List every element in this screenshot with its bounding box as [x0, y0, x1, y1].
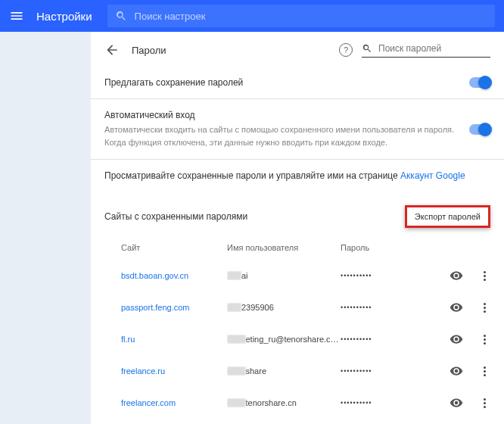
hamburger-menu-icon[interactable]	[9, 8, 24, 23]
google-account-section: Просматривайте сохраненные пароли и упра…	[91, 160, 504, 192]
settings-search-box[interactable]	[107, 5, 495, 27]
username-cell: xxxeting_ru@tenorshare.co…	[227, 335, 341, 344]
password-search-box[interactable]	[362, 43, 490, 58]
content-header: Пароли ?	[91, 32, 504, 67]
more-actions-icon[interactable]	[478, 301, 490, 313]
offer-save-toggle[interactable]	[469, 77, 490, 88]
show-password-icon[interactable]	[450, 332, 463, 346]
more-actions-icon[interactable]	[478, 333, 490, 345]
show-password-icon[interactable]	[450, 269, 463, 282]
more-actions-icon[interactable]	[478, 397, 490, 409]
auto-signin-desc: Автоматически входить на сайты с помощью…	[104, 123, 460, 148]
site-link[interactable]: freelancer.com	[121, 398, 227, 407]
table-row: bsdt.baoan.gov.cn xxai ••••••••••	[91, 260, 504, 292]
site-link[interactable]: bsdt.baoan.gov.cn	[121, 271, 227, 280]
username-cell: xxxshare	[227, 366, 341, 376]
show-password-icon[interactable]	[450, 301, 463, 314]
column-site: Сайт	[121, 243, 227, 252]
more-actions-icon[interactable]	[478, 270, 490, 282]
saved-passwords-title: Сайты с сохраненными паролями	[104, 211, 247, 222]
username-cell: xxxtenorshare.cn	[227, 398, 341, 407]
settings-search-input[interactable]	[135, 11, 487, 22]
username-cell: xxai	[227, 271, 341, 280]
more-actions-icon[interactable]	[478, 365, 490, 377]
search-icon	[115, 10, 127, 22]
search-icon	[362, 43, 372, 54]
header-title: Настройки	[36, 10, 92, 23]
auto-signin-section: Автоматический вход Автоматически входит…	[91, 99, 504, 160]
table-row: fl.ru xxxeting_ru@tenorshare.co… •••••••…	[91, 323, 504, 355]
password-cell: ••••••••••	[341, 367, 416, 375]
password-cell: ••••••••••	[341, 272, 416, 279]
site-link[interactable]: freelance.ru	[121, 366, 227, 376]
site-link[interactable]: fl.ru	[121, 335, 227, 344]
password-cell: ••••••••••	[341, 335, 416, 343]
auto-signin-toggle[interactable]	[469, 124, 490, 135]
back-arrow-icon[interactable]	[104, 42, 120, 58]
show-password-icon[interactable]	[450, 396, 463, 410]
password-table-header: Сайт Имя пользователя Пароль	[91, 238, 504, 260]
google-account-link[interactable]: Аккаунт Google	[400, 170, 465, 181]
column-user: Имя пользователя	[227, 243, 341, 252]
show-password-icon[interactable]	[450, 364, 463, 378]
password-search-input[interactable]	[378, 43, 492, 54]
content-panel: Пароли ? Предлагать сохранение паролей А…	[91, 32, 504, 424]
page-title: Пароли	[132, 45, 339, 56]
password-cell: ••••••••••	[341, 304, 416, 311]
username-cell: xx2395906	[227, 303, 341, 312]
password-cell: ••••••••••	[341, 399, 416, 407]
export-passwords-button[interactable]: Экспорт паролей	[405, 205, 490, 228]
help-icon[interactable]: ?	[339, 43, 353, 57]
google-account-text: Просматривайте сохраненные пароли и упра…	[104, 170, 400, 181]
app-header: Настройки	[0, 0, 504, 32]
site-link[interactable]: passport.feng.com	[121, 303, 227, 312]
auto-signin-label: Автоматический вход	[104, 110, 460, 120]
table-row: passport.feng.com xx2395906 ••••••••••	[91, 292, 504, 323]
table-row: freelancer.com xxxtenorshare.cn ••••••••…	[91, 387, 504, 419]
offer-save-section: Предлагать сохранение паролей	[91, 67, 504, 99]
table-row: freelance.ru xxxshare ••••••••••	[91, 355, 504, 387]
saved-passwords-header: Сайты с сохраненными паролями Экспорт па…	[91, 192, 504, 238]
column-pass: Пароль	[341, 243, 416, 252]
offer-save-label: Предлагать сохранение паролей	[104, 77, 243, 88]
table-row: tyrz.gdbs.gov.cn xxai ••••••••••	[91, 419, 504, 424]
